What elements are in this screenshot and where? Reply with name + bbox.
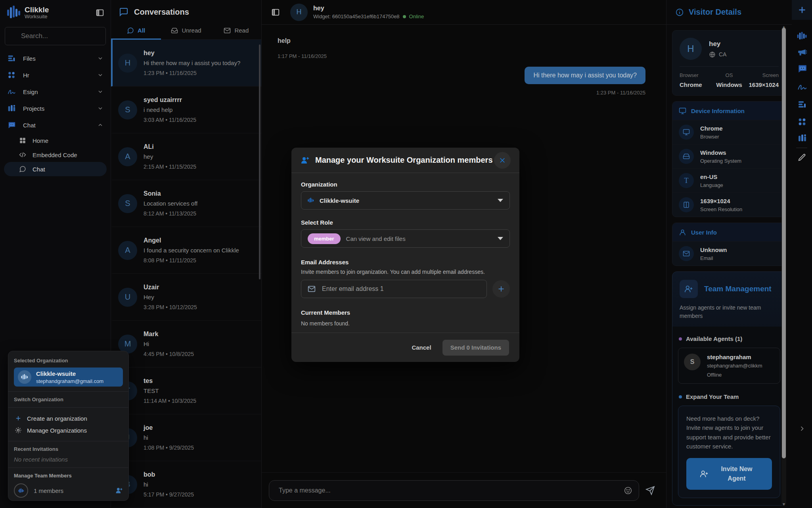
projects-icon[interactable] (797, 133, 807, 143)
conversation-item[interactable]: B bob hi 5:17 PM • 9/27/2025 (111, 461, 261, 508)
role-select[interactable]: member Can view and edit files (301, 229, 510, 248)
conversation-item[interactable]: T tes TEST 11:14 AM • 10/3/2025 (111, 368, 261, 414)
avatar: U (118, 288, 137, 307)
close-icon[interactable] (494, 152, 511, 169)
sidebar-item-esign[interactable]: Esign (0, 83, 111, 100)
stat-label: Browser (680, 72, 712, 78)
toolbar-divider (796, 148, 807, 148)
message-input-box[interactable] (269, 480, 639, 501)
send-invitations-button[interactable]: Send 0 Invitations (442, 340, 509, 356)
cancel-button[interactable]: Cancel (412, 344, 431, 351)
avatar: A (118, 147, 137, 166)
tab-unread[interactable]: Unread (161, 21, 211, 39)
email-input-box[interactable] (301, 280, 487, 298)
invite-new-agent-button[interactable]: Invite New Agent (686, 458, 772, 490)
conversation-item[interactable]: A ALi hey 2:15 AM • 11/15/2025 (111, 133, 261, 180)
caret-down-icon (498, 199, 503, 202)
user-value: Unknown (700, 246, 727, 253)
sidebar-chat-subnav: Home Embedded Code Chat (0, 133, 111, 176)
selected-organization-header: Selected Organization (14, 358, 123, 364)
panel-scrollbar[interactable]: ▲ ▼ (781, 26, 786, 506)
conversation-item[interactable]: J joe hi 1:08 PM • 9/29/2025 (111, 414, 261, 461)
conversation-item[interactable]: A Angel I found a security concern on Cl… (111, 227, 261, 274)
chat-icon (7, 121, 17, 129)
sidebar-item-home[interactable]: Home (0, 133, 111, 148)
manage-organizations-item[interactable]: Manage Organizations (14, 424, 123, 436)
device-value: Windows (700, 149, 741, 156)
search-input[interactable] (21, 32, 109, 40)
conversations-tabs: All Unread Read (111, 21, 261, 40)
mail-icon (679, 246, 694, 261)
plus-icon (15, 415, 22, 422)
send-icon[interactable] (645, 486, 655, 495)
conversation-name: ALi (144, 143, 196, 150)
sidebar-item-embedded-code[interactable]: Embedded Code (0, 148, 111, 162)
clikkle-waveform-icon[interactable] (797, 31, 807, 41)
tab-read[interactable]: Read (211, 21, 261, 39)
files-icon[interactable] (797, 100, 807, 109)
conversations-scrollbar[interactable] (259, 44, 260, 279)
conversations-icon (119, 7, 128, 17)
conversation-item[interactable]: H hey Hi there how may i assist you toda… (111, 40, 261, 87)
add-button[interactable] (792, 0, 812, 20)
chat-header: H hey Widget: 660150a45e31ef6b174750e8 O… (262, 0, 666, 25)
screen-icon (679, 197, 694, 212)
conversation-name: hey (144, 50, 240, 57)
chat-bot-icon[interactable] (797, 64, 807, 74)
sidebar-item-projects[interactable]: Projects (0, 100, 111, 117)
esign-signature-icon[interactable] (797, 82, 807, 92)
person-add-icon[interactable] (115, 487, 123, 495)
sidebar-item-chat[interactable]: Chat (0, 117, 111, 133)
sidebar-search[interactable] (5, 27, 106, 45)
scroll-down-arrow[interactable]: ▼ (781, 502, 786, 506)
create-organization-item[interactable]: Create an organization (14, 412, 123, 424)
bullet-dot (679, 337, 682, 341)
add-email-button[interactable] (492, 280, 510, 298)
sidebar-nav: Files Hr Esign Projects Chat Home (0, 50, 111, 176)
conversation-name: tes (144, 377, 196, 385)
panel-toggle-icon[interactable] (271, 8, 280, 17)
email-field[interactable] (322, 285, 480, 292)
device-row-os: WindowsOperating System (672, 144, 786, 168)
promo-text: Need more hands on deck? Invite new agen… (686, 414, 772, 451)
scrollbar-thumb[interactable] (782, 28, 786, 458)
sidebar-item-files[interactable]: Files (0, 50, 111, 67)
megaphone-icon[interactable] (797, 47, 807, 57)
members-empty-text: No members found. (301, 320, 510, 327)
device-value: en-US (700, 173, 723, 180)
agent-card[interactable]: S stephangraham stephangraham@clikkm Off… (678, 348, 780, 384)
info-icon (675, 8, 684, 17)
mail-icon (224, 27, 231, 34)
expand-team-promo: Need more hands on deck? Invite new agen… (678, 406, 780, 498)
conversation-item[interactable]: S Sonia Location services off 8:12 AM • … (111, 180, 261, 227)
conversation-preview: i need help (144, 106, 196, 113)
conversation-item[interactable]: M Mark Hi 4:45 PM • 10/8/2025 (111, 321, 261, 368)
section-title: Device Information (691, 108, 745, 114)
conversation-item[interactable]: S syed uzairrrr i need help 3:03 AM • 11… (111, 87, 261, 133)
device-row-language: T en-USLanguage (672, 168, 786, 192)
message-input[interactable] (279, 487, 624, 494)
switch-organization-header: Switch Organization (14, 396, 123, 402)
conversation-time: 3:28 PM • 10/12/2025 (144, 304, 197, 310)
organization-select[interactable]: Clikkle-wsuite (301, 191, 510, 210)
conversation-preview: I found a security concern on Clikkle (144, 247, 239, 254)
sidebar-collapse-icon[interactable] (96, 8, 104, 17)
selected-organization-item[interactable]: Clikkle-wsuite stephandgraham@gmail.com (14, 368, 123, 387)
files-icon (7, 54, 17, 63)
sidebar-item-chat-sub[interactable]: Chat (4, 162, 107, 176)
tab-all[interactable]: All (111, 21, 161, 39)
device-value: Chrome (700, 125, 723, 132)
hr-icon[interactable] (797, 117, 807, 127)
sidebar-item-hr[interactable]: Hr (0, 67, 111, 83)
conversation-time: 8:08 PM • 11/11/2025 (144, 257, 239, 264)
pencil-icon[interactable] (798, 153, 806, 162)
modal-title: Manage your Worksuite Organization membe… (315, 156, 493, 165)
sidebar-item-label: Projects (23, 105, 44, 112)
chevron-right-icon[interactable] (798, 425, 806, 433)
manage-team-members-header: Manage Team Members (14, 473, 123, 479)
emoji-icon[interactable] (624, 486, 632, 495)
team-title: Team Management (704, 285, 772, 293)
available-agents-header: Available Agents (1) (686, 335, 742, 342)
brand-suite: Worksuite (25, 13, 49, 20)
conversation-item[interactable]: U Uzair Hey 3:28 PM • 10/12/2025 (111, 274, 261, 321)
